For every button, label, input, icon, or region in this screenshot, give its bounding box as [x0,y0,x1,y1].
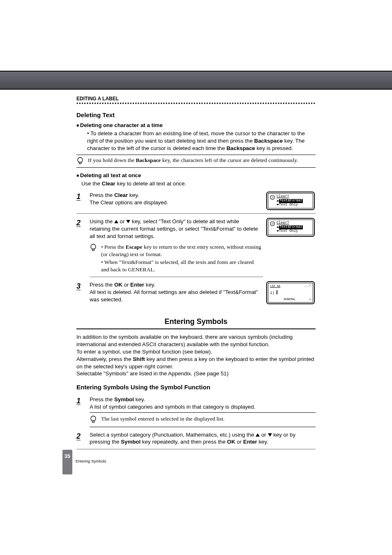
question-icon: ? [270,195,275,201]
lcd-screen: LGO AA---" 1) GENERAL▭ [266,281,315,304]
symbols-para2: To enter a symbol, use the Symbol functi… [76,348,316,356]
note-step2: • Press the Escape key to return to the … [101,243,263,273]
text-delete-one-char: To delete a character from an existing l… [87,130,316,152]
step3-text: Press the OK or Enter key. All text is d… [90,281,258,303]
svg-rect-7 [92,249,95,251]
symbols-para3: Alternatively, press the Shift key and t… [76,356,316,370]
down-arrow-icon [126,220,130,223]
lcd-screen: ? Clear? Text&Format Text Only [266,192,315,210]
symbols-para1: In addition to the symbols available on … [76,333,316,348]
step-number: 2 [76,431,85,441]
note-last-symbol: The last symbol entered is selected in t… [101,415,225,423]
bulb-icon [76,157,84,166]
heading-delete-one-char: Deleting one character at a time [76,122,316,129]
step2-text: Using the or key, select "Text Only" to … [90,218,258,240]
symbols-para4: Selectable "Symbols" are listed in the A… [76,370,316,377]
heading-entering-symbols: Entering Symbols [76,317,316,329]
down-arrow-icon [268,433,272,437]
bulb-icon [90,243,97,252]
up-arrow-icon [114,220,118,223]
svg-point-0 [78,157,83,162]
svg-text:?: ? [272,196,274,199]
step-number: 2 [76,218,85,228]
bulb-icon [90,415,97,424]
heading-delete-all: Deleting all text at once [76,172,316,179]
question-icon: ? [270,221,275,228]
step-number: 1 [76,396,85,406]
heading-symbols-function: Entering Symbols Using the Symbol Functi… [76,383,316,391]
svg-point-8 [91,416,96,421]
heading-deleting-text: Deleting Text [76,111,316,119]
sym-step2-text: Select a symbol category (Punctuation, M… [90,431,316,446]
step-number: 3 [76,281,85,291]
divider-dots: ••••••••••••••••••••••••••••••••••••••••… [76,100,316,105]
svg-text:?: ? [272,222,274,226]
text-use-clear-key: Use the Clear key to delete all text at … [81,180,316,187]
sym-step1-text: Press the Symbol key. A list of symbol c… [90,396,316,411]
step1-text: Press the Clear key. The Clear options a… [90,192,258,206]
step-number: 1 [76,192,85,201]
svg-point-6 [91,244,96,249]
lcd-screen: ? Clear? Text&Format Text Only [266,218,315,236]
up-arrow-icon [256,433,260,437]
svg-rect-9 [92,421,95,422]
note-backspace-hold: If you hold down the Backspace key, the … [88,157,298,164]
